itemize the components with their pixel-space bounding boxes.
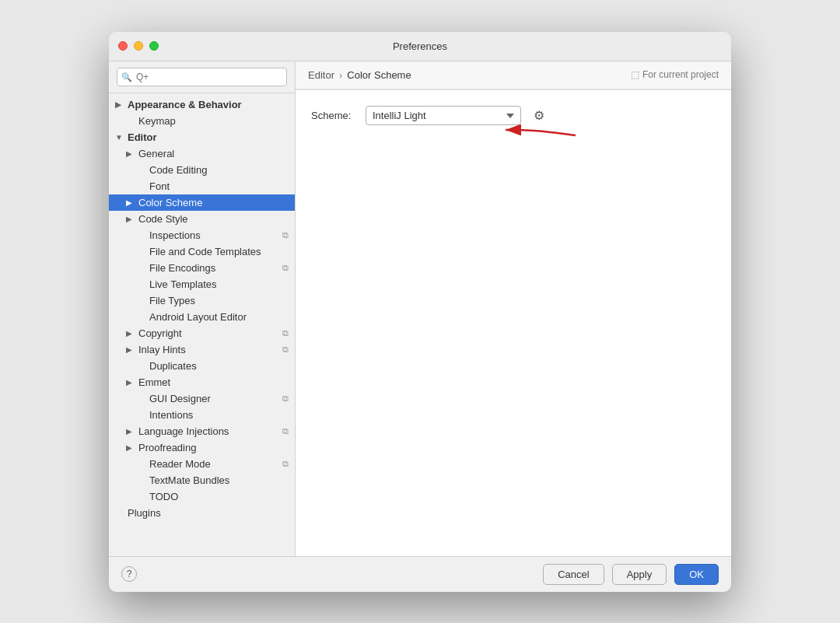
scheme-row: Scheme: IntelliJ Light Darcula High Cont… — [311, 106, 716, 126]
search-input[interactable] — [117, 68, 287, 86]
chevron-icon: ▶ — [126, 443, 137, 452]
chevron-icon: ▶ — [126, 149, 137, 158]
sidebar-item-label: TextMate Bundles — [149, 474, 229, 486]
minimize-button[interactable] — [134, 41, 143, 51]
sidebar-item-label: Appearance & Behavior — [128, 99, 242, 110]
sidebar-item-label: Keymap — [138, 115, 176, 127]
sidebar-item-inspections[interactable]: Inspections ⧉ — [109, 227, 295, 243]
sidebar-item-live-templates[interactable]: Live Templates — [109, 276, 295, 292]
copy-icon: ⧉ — [282, 426, 289, 436]
copy-icon: ⧉ — [282, 230, 289, 240]
sidebar-item-label: Proofreading — [138, 442, 196, 453]
sidebar: 🔍 ▶ Appearance & Behavior Keymap ▼ — [109, 61, 296, 556]
bottom-actions: Cancel Apply OK — [543, 564, 719, 585]
sidebar-tree: ▶ Appearance & Behavior Keymap ▼ Editor … — [109, 93, 295, 556]
sidebar-item-editor[interactable]: ▼ Editor — [109, 129, 295, 145]
copy-icon: ⧉ — [282, 459, 289, 469]
search-box: 🔍 — [109, 61, 295, 93]
chevron-icon: ▶ — [126, 198, 137, 207]
sidebar-item-color-scheme[interactable]: ▶ Color Scheme — [109, 194, 295, 211]
current-project-link[interactable]: ⬚ For current project — [631, 69, 719, 80]
breadcrumb-separator: › — [339, 69, 342, 81]
breadcrumb-parent: Editor — [308, 69, 334, 81]
help-button[interactable]: ? — [121, 566, 137, 582]
sidebar-item-file-encodings[interactable]: File Encodings ⧉ — [109, 260, 295, 276]
current-project-icon: ⬚ — [631, 69, 639, 80]
main-area: Editor › Color Scheme ⬚ For current proj… — [296, 61, 731, 556]
sidebar-item-reader-mode[interactable]: Reader Mode ⧉ — [109, 456, 295, 472]
chevron-icon: ▶ — [126, 378, 137, 387]
sidebar-item-label: Android Layout Editor — [149, 311, 247, 323]
breadcrumb-current: Color Scheme — [347, 69, 411, 81]
ok-button[interactable]: OK — [674, 564, 719, 585]
search-wrap: 🔍 — [117, 68, 287, 86]
sidebar-item-label: Code Editing — [149, 164, 207, 176]
sidebar-item-plugins[interactable]: Plugins — [109, 505, 295, 521]
sidebar-item-label: Font — [149, 180, 170, 192]
search-icon: 🔍 — [121, 72, 132, 82]
sidebar-item-label: Plugins — [128, 507, 161, 519]
maximize-button[interactable] — [149, 41, 159, 51]
sidebar-item-label: Duplicates — [149, 360, 197, 372]
sidebar-item-code-style[interactable]: ▶ Code Style — [109, 211, 295, 227]
sidebar-item-appearance-behavior[interactable]: ▶ Appearance & Behavior — [109, 96, 295, 113]
sidebar-item-label: Intentions — [149, 409, 193, 421]
sidebar-item-code-editing[interactable]: Code Editing — [109, 162, 295, 178]
sidebar-item-language-injections[interactable]: ▶ Language Injections ⧉ — [109, 423, 295, 439]
sidebar-item-label: Inspections — [149, 229, 201, 241]
bottom-bar: ? Cancel Apply OK — [109, 556, 731, 592]
sidebar-item-general[interactable]: ▶ General — [109, 145, 295, 162]
sidebar-item-android-layout-editor[interactable]: Android Layout Editor — [109, 309, 295, 325]
main-panel: Editor › Color Scheme ⬚ For current proj… — [296, 61, 731, 556]
chevron-icon: ▶ — [126, 427, 137, 436]
preferences-window: Preferences 🔍 ▶ Appearance & Behavior — [109, 32, 731, 592]
chevron-icon: ▶ — [126, 215, 137, 223]
chevron-icon: ▶ — [126, 345, 137, 354]
scheme-label: Scheme: — [311, 110, 358, 121]
copy-icon: ⧉ — [282, 263, 289, 273]
close-button[interactable] — [118, 41, 128, 51]
sidebar-item-duplicates[interactable]: Duplicates — [109, 358, 295, 374]
sidebar-item-inlay-hints[interactable]: ▶ Inlay Hints ⧉ — [109, 341, 295, 358]
sidebar-item-font[interactable]: Font — [109, 178, 295, 194]
sidebar-item-label: Code Style — [138, 213, 188, 225]
sidebar-item-keymap[interactable]: Keymap — [109, 113, 295, 129]
sidebar-item-gui-designer[interactable]: GUI Designer ⧉ — [109, 390, 295, 407]
cancel-button[interactable]: Cancel — [543, 564, 604, 585]
copy-icon: ⧉ — [282, 345, 289, 355]
sidebar-item-todo[interactable]: TODO — [109, 488, 295, 505]
sidebar-item-label: General — [138, 148, 174, 159]
scheme-select[interactable]: IntelliJ Light Darcula High Contrast Mon… — [366, 106, 521, 125]
chevron-icon: ▼ — [115, 133, 126, 142]
sidebar-item-label: Copyright — [138, 327, 182, 339]
sidebar-item-label: File Encodings — [149, 262, 215, 274]
sidebar-item-copyright[interactable]: ▶ Copyright ⧉ — [109, 325, 295, 341]
sidebar-item-file-code-templates[interactable]: File and Code Templates — [109, 243, 295, 260]
sidebar-item-emmet[interactable]: ▶ Emmet — [109, 374, 295, 390]
breadcrumb: Editor › Color Scheme — [308, 69, 411, 81]
sidebar-item-label: GUI Designer — [149, 393, 211, 404]
sidebar-item-label: Live Templates — [149, 278, 216, 290]
copy-icon: ⧉ — [282, 328, 289, 338]
sidebar-item-textmate-bundles[interactable]: TextMate Bundles — [109, 472, 295, 488]
main-content: Scheme: IntelliJ Light Darcula High Cont… — [296, 90, 731, 556]
sidebar-item-label: File Types — [149, 295, 195, 306]
sidebar-item-file-types[interactable]: File Types — [109, 292, 295, 309]
copy-icon: ⧉ — [282, 394, 289, 404]
current-project-label: For current project — [642, 69, 719, 80]
sidebar-item-label: File and Code Templates — [149, 246, 261, 257]
sidebar-item-label: Editor — [128, 131, 157, 143]
titlebar: Preferences — [109, 32, 731, 61]
window-title: Preferences — [393, 40, 447, 52]
chevron-icon: ▶ — [115, 100, 126, 109]
gear-button[interactable]: ⚙ — [529, 106, 549, 126]
sidebar-item-intentions[interactable]: Intentions — [109, 407, 295, 423]
main-header: Editor › Color Scheme ⬚ For current proj… — [296, 61, 731, 89]
apply-button[interactable]: Apply — [612, 564, 667, 585]
sidebar-item-label: Emmet — [138, 376, 170, 388]
sidebar-item-label: Reader Mode — [149, 458, 211, 470]
chevron-icon: ▶ — [126, 329, 137, 338]
sidebar-item-label: Inlay Hints — [138, 344, 186, 355]
sidebar-item-label: TODO — [149, 491, 178, 502]
sidebar-item-proofreading[interactable]: ▶ Proofreading — [109, 439, 295, 456]
